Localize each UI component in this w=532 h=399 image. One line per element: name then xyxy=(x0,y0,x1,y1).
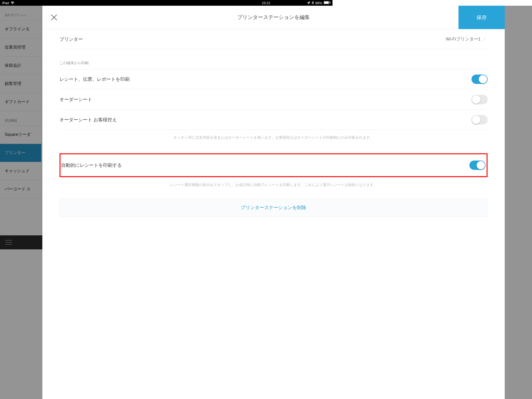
order-sheet-label: オーダーシート xyxy=(59,96,92,103)
status-bar: iPad 15:22 86% xyxy=(0,0,332,6)
delete-printer-station-button[interactable]: プリンターステーションを削除 xyxy=(59,198,332,217)
modal-header: プリンターステーションを編集 保存 xyxy=(42,6,332,29)
printer-label: プリンター xyxy=(59,36,83,42)
edit-printer-station-modal: プリンターステーションを編集 保存 プリンター Wi-Fiプリンター1 〉 この… xyxy=(42,6,332,249)
toggle-row-order-sheet: オーダーシート xyxy=(59,89,332,110)
battery-percent: 86% xyxy=(315,1,322,5)
order-sheet-description: キッチン等に注文内容を送るにはオーダーシートを使います。お客様控えはオーダーシー… xyxy=(59,130,332,141)
toggle-row-auto-receipt: 自動的にレシートを印刷する xyxy=(61,154,332,176)
toggle-row-receipts: レシート、伝票、レポートを印刷 xyxy=(59,69,332,89)
wifi-icon xyxy=(10,1,15,4)
close-button[interactable] xyxy=(42,6,66,29)
highlighted-auto-receipt-row: 自動的にレシートを印刷する xyxy=(59,153,332,177)
battery-icon xyxy=(324,1,330,5)
toggle-row-order-sheet-customer: オーダーシート お客様控え xyxy=(59,110,332,130)
svg-rect-1 xyxy=(324,1,329,4)
receipts-label: レシート、伝票、レポートを印刷 xyxy=(59,76,130,82)
modal-body: プリンター Wi-Fiプリンター1 〉 この端末から印刷 レシート、伝票、レポー… xyxy=(42,29,332,249)
auto-receipt-label: 自動的にレシートを印刷する xyxy=(61,162,122,168)
bluetooth-icon xyxy=(312,1,314,5)
device-label: iPad xyxy=(2,1,9,5)
section-print-from-device: この端末から印刷 xyxy=(59,49,332,69)
modal-title: プリンターステーションを編集 xyxy=(237,14,310,21)
order-sheet-customer-label: オーダーシート お客様控え xyxy=(59,117,117,123)
printer-row[interactable]: プリンター Wi-Fiプリンター1 〉 xyxy=(59,29,332,49)
svg-rect-2 xyxy=(330,2,330,3)
close-icon xyxy=(50,14,58,21)
location-icon xyxy=(307,1,310,4)
clock: 15:22 xyxy=(262,1,270,5)
auto-receipt-description: レシート選択画面の表示をスキップし、お会計時に自動でレシートを印刷します。これに… xyxy=(59,177,332,188)
